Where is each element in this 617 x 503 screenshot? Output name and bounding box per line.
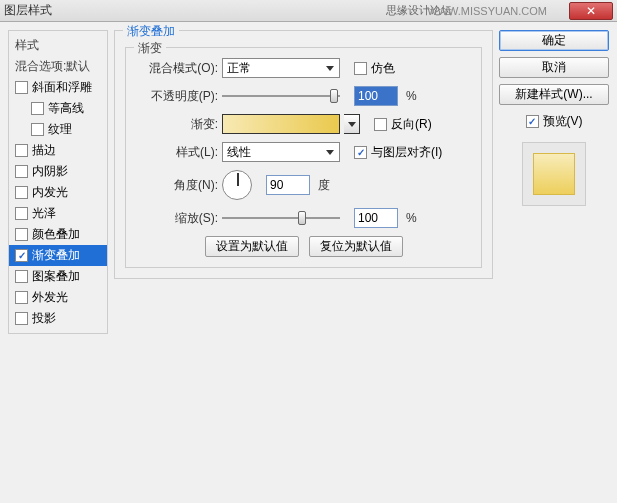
style-checkbox[interactable] (15, 207, 28, 220)
preview-label: 预览(V) (543, 113, 583, 130)
style-combo[interactable]: 线性 (222, 142, 340, 162)
blend-options-default[interactable]: 混合选项:默认 (9, 56, 107, 77)
style-item-label: 内阴影 (32, 163, 68, 180)
style-item-3[interactable]: 描边 (9, 140, 107, 161)
style-item-label: 图案叠加 (32, 268, 80, 285)
row-blend-mode: 混合模式(O): 正常 仿色 (136, 58, 471, 78)
style-item-label: 斜面和浮雕 (32, 79, 92, 96)
angle-dial[interactable] (222, 170, 252, 200)
styles-panel: 样式 混合选项:默认 斜面和浮雕等高线纹理描边内阴影内发光光泽颜色叠加✓渐变叠加… (8, 30, 108, 495)
styles-heading[interactable]: 样式 (9, 35, 107, 56)
chevron-down-icon (323, 61, 337, 75)
opacity-label: 不透明度(P): (136, 88, 218, 105)
row-gradient: 渐变: 反向(R) (136, 114, 471, 134)
pct-label: % (406, 89, 417, 103)
dither-label: 仿色 (371, 60, 395, 77)
style-checkbox[interactable] (15, 144, 28, 157)
angle-label: 角度(N): (136, 177, 218, 194)
style-item-10[interactable]: 外发光 (9, 287, 107, 308)
preview-row: ✓ 预览(V) (499, 113, 609, 130)
titlebar: 图层样式 思缘设计论坛 WWW.MISSYUAN.COM ✕ (0, 0, 617, 22)
scale-slider[interactable] (222, 209, 340, 227)
style-item-label: 纹理 (48, 121, 72, 138)
defaults-row: 设置为默认值 复位为默认值 (136, 236, 471, 257)
style-item-label: 等高线 (48, 100, 84, 117)
style-item-2[interactable]: 纹理 (9, 119, 107, 140)
scale-label: 缩放(S): (136, 210, 218, 227)
row-scale: 缩放(S): 100 % (136, 208, 471, 228)
preview-swatch (533, 153, 575, 195)
style-item-0[interactable]: 斜面和浮雕 (9, 77, 107, 98)
style-checkbox[interactable] (15, 186, 28, 199)
watermark-en: WWW.MISSYUAN.COM (427, 5, 547, 17)
close-button[interactable]: ✕ (569, 2, 613, 20)
style-checkbox[interactable] (15, 81, 28, 94)
style-item-5[interactable]: 内发光 (9, 182, 107, 203)
gradient-label: 渐变: (136, 116, 218, 133)
gradient-subgroup: 渐变 混合模式(O): 正常 仿色 不透明度(P): (125, 47, 482, 268)
opacity-input[interactable]: 100 (354, 86, 398, 106)
style-label: 样式(L): (136, 144, 218, 161)
style-item-label: 渐变叠加 (32, 247, 80, 264)
close-icon: ✕ (586, 4, 596, 18)
gradient-overlay-group: 渐变叠加 渐变 混合模式(O): 正常 仿色 不透明度(P): (114, 30, 493, 279)
align-checkbox[interactable]: ✓ (354, 146, 367, 159)
style-item-11[interactable]: 投影 (9, 308, 107, 329)
row-opacity: 不透明度(P): 100 % (136, 86, 471, 106)
style-item-6[interactable]: 光泽 (9, 203, 107, 224)
style-checkbox[interactable] (31, 102, 44, 115)
style-item-4[interactable]: 内阴影 (9, 161, 107, 182)
reverse-checkbox[interactable] (374, 118, 387, 131)
cancel-button[interactable]: 取消 (499, 57, 609, 78)
style-checkbox[interactable] (15, 228, 28, 241)
align-label: 与图层对齐(I) (371, 144, 442, 161)
angle-input[interactable]: 90 (266, 175, 310, 195)
row-angle: 角度(N): 90 度 (136, 170, 471, 200)
style-checkbox[interactable] (15, 291, 28, 304)
blend-mode-combo[interactable]: 正常 (222, 58, 340, 78)
style-checkbox[interactable] (31, 123, 44, 136)
ok-button[interactable]: 确定 (499, 30, 609, 51)
style-checkbox[interactable] (15, 270, 28, 283)
reset-default-button[interactable]: 复位为默认值 (309, 236, 403, 257)
blend-mode-value: 正常 (227, 60, 251, 77)
preview-box (522, 142, 586, 206)
row-style: 样式(L): 线性 ✓ 与图层对齐(I) (136, 142, 471, 162)
new-style-button[interactable]: 新建样式(W)... (499, 84, 609, 105)
set-default-button[interactable]: 设置为默认值 (205, 236, 299, 257)
style-item-9[interactable]: 图案叠加 (9, 266, 107, 287)
options-panel: 渐变叠加 渐变 混合模式(O): 正常 仿色 不透明度(P): (114, 30, 493, 495)
style-checkbox[interactable]: ✓ (15, 249, 28, 262)
subgroup-title: 渐变 (134, 40, 166, 57)
pct-label: % (406, 211, 417, 225)
style-item-label: 光泽 (32, 205, 56, 222)
blend-mode-label: 混合模式(O): (136, 60, 218, 77)
style-checkbox[interactable] (15, 165, 28, 178)
gradient-preview[interactable] (222, 114, 340, 134)
preview-checkbox[interactable]: ✓ (526, 115, 539, 128)
opacity-slider[interactable] (222, 87, 340, 105)
style-item-1[interactable]: 等高线 (9, 98, 107, 119)
styles-list: 样式 混合选项:默认 斜面和浮雕等高线纹理描边内阴影内发光光泽颜色叠加✓渐变叠加… (8, 30, 108, 334)
reverse-label: 反向(R) (391, 116, 432, 133)
style-item-label: 内发光 (32, 184, 68, 201)
style-item-label: 投影 (32, 310, 56, 327)
style-value: 线性 (227, 144, 251, 161)
main: 样式 混合选项:默认 斜面和浮雕等高线纹理描边内阴影内发光光泽颜色叠加✓渐变叠加… (0, 22, 617, 503)
chevron-down-icon (323, 145, 337, 159)
style-checkbox[interactable] (15, 312, 28, 325)
style-item-label: 颜色叠加 (32, 226, 80, 243)
angle-unit: 度 (318, 177, 330, 194)
gradient-dropdown-button[interactable] (344, 114, 360, 134)
style-item-7[interactable]: 颜色叠加 (9, 224, 107, 245)
group-title: 渐变叠加 (123, 23, 179, 40)
style-item-label: 外发光 (32, 289, 68, 306)
style-item-label: 描边 (32, 142, 56, 159)
dither-checkbox[interactable] (354, 62, 367, 75)
style-item-8[interactable]: ✓渐变叠加 (9, 245, 107, 266)
scale-input[interactable]: 100 (354, 208, 398, 228)
actions-panel: 确定 取消 新建样式(W)... ✓ 预览(V) (499, 30, 609, 495)
